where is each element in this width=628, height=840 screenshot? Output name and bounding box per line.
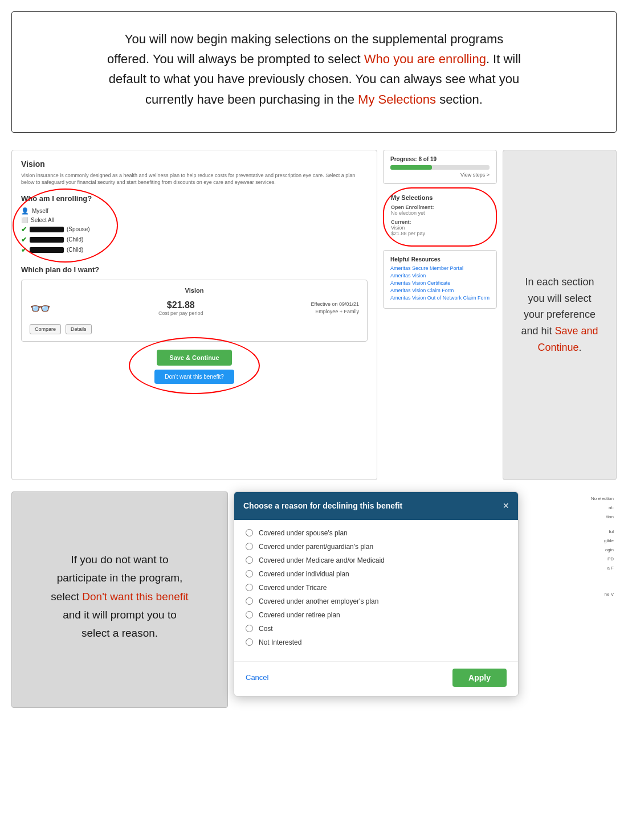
- apply-button[interactable]: Apply: [452, 669, 507, 687]
- radio-input-6[interactable]: [246, 597, 253, 605]
- my-selections-box: My Selections Open Enrollment: No electi…: [383, 187, 497, 247]
- progress-box: Progress: 8 of 19 View steps >: [383, 150, 497, 184]
- radio-option-4[interactable]: Covered under individual plan: [246, 570, 507, 578]
- plan-card: Vision 👓 $21.88 Cost per pay period Effe…: [21, 280, 368, 342]
- check-icon: ✔: [21, 226, 27, 233]
- radio-option-7[interactable]: Covered under retiree plan: [246, 611, 507, 619]
- current-value: Vision $21.88 per pay: [391, 225, 489, 236]
- radio-input-7[interactable]: [246, 611, 253, 618]
- which-plan-label: Which plan do I want?: [21, 265, 368, 274]
- plan-price-block: $21.88 Cost per pay period: [59, 300, 303, 316]
- helpful-link-2[interactable]: Ameritas Vision: [390, 273, 490, 278]
- dont-want-button[interactable]: Don't want this benefit?: [154, 370, 234, 384]
- glasses-icon: 👓: [30, 298, 51, 318]
- bottom-left-text: If you do not want to participate in the…: [51, 551, 188, 642]
- list-item[interactable]: ✔ (Child): [21, 236, 92, 244]
- radio-input-2[interactable]: [246, 543, 253, 550]
- vision-card: Vision Vision insurance is commonly desi…: [11, 150, 377, 480]
- cancel-button[interactable]: Cancel: [246, 673, 268, 682]
- decline-reason-modal: Choose a reason for declining this benef…: [234, 491, 519, 696]
- check-icon: ✔: [21, 236, 27, 244]
- plan-name: Vision: [30, 287, 359, 294]
- modal-title: Choose a reason for declining this benef…: [243, 501, 402, 510]
- list-item[interactable]: ⬜ Select All: [21, 217, 92, 223]
- enrollee-list: 👤 Myself ⬜ Select All ✔ (Spouse) ✔ (Chil…: [21, 207, 92, 254]
- right-column: Progress: 8 of 19 View steps > My Select…: [383, 150, 497, 309]
- radio-input-9[interactable]: [246, 638, 253, 646]
- radio-input-1[interactable]: [246, 529, 253, 536]
- person-icon: 👤: [21, 207, 29, 215]
- plan-price: $21.88: [59, 300, 303, 310]
- right-info-text: In each section you will select your pre…: [512, 274, 607, 356]
- open-enrollment-label: Open Enrollment:: [391, 204, 489, 210]
- who-enrolling-label: Who am I enrolling?: [21, 194, 92, 203]
- modal-header: Choose a reason for declining this benef…: [234, 492, 518, 520]
- bottom-section: If you do not want to participate in the…: [11, 491, 617, 708]
- right-info-box: In each section you will select your pre…: [503, 150, 617, 480]
- details-button[interactable]: Details: [66, 324, 92, 334]
- plan-buttons: Compare Details: [30, 324, 359, 334]
- redacted-name: [30, 247, 64, 253]
- helpful-resources-box: Helpful Resources Ameritas Secure Member…: [383, 250, 497, 309]
- list-item[interactable]: ✔ (Child): [21, 246, 92, 254]
- modal-close-button[interactable]: ×: [503, 500, 509, 512]
- background-peek: No election nt: tion ful gible ogin PD a…: [508, 491, 617, 602]
- radio-option-6[interactable]: Covered under another employer's plan: [246, 597, 507, 605]
- helpful-link-1[interactable]: Ameritas Secure Member Portal: [390, 265, 490, 271]
- helpful-resources-title: Helpful Resources: [390, 256, 490, 263]
- compare-button[interactable]: Compare: [30, 324, 61, 334]
- helpful-link-4[interactable]: Ameritas Vision Claim Form: [390, 288, 490, 293]
- who-enrolling-section: Who am I enrolling? 👤 Myself ⬜ Select Al…: [21, 194, 92, 256]
- redacted-name: [30, 237, 64, 243]
- plan-effective-block: Effective on 09/01/21 Employee + Family: [311, 301, 359, 316]
- radio-input-3[interactable]: [246, 556, 253, 564]
- list-item[interactable]: 👤 Myself: [21, 207, 92, 215]
- vision-description: Vision insurance is commonly designed as…: [21, 172, 368, 186]
- view-steps-link[interactable]: View steps >: [390, 172, 490, 178]
- modal-area: No election nt: tion ful gible ogin PD a…: [234, 491, 617, 708]
- progress-bar-fill: [390, 165, 432, 170]
- radio-option-9[interactable]: Not Interested: [246, 638, 507, 646]
- middle-section: Vision Vision insurance is commonly desi…: [11, 150, 617, 480]
- save-continue-button[interactable]: Save & Continue: [157, 350, 231, 366]
- helpful-link-5[interactable]: Ameritas Vision Out of Network Claim For…: [390, 295, 490, 301]
- plan-details-row: 👓 $21.88 Cost per pay period Effective o…: [30, 298, 359, 318]
- bottom-left-info-box: If you do not want to participate in the…: [11, 491, 228, 708]
- intro-box: You will now begin making selections on …: [11, 11, 617, 133]
- radio-input-8[interactable]: [246, 625, 253, 632]
- progress-label: Progress: 8 of 19: [390, 156, 490, 162]
- progress-bar-background: [390, 165, 490, 170]
- check-icon: ✔: [21, 246, 27, 254]
- my-selections-title: My Selections: [391, 194, 489, 201]
- radio-option-2[interactable]: Covered under parent/guardian's plan: [246, 543, 507, 551]
- radio-option-1[interactable]: Covered under spouse's plan: [246, 529, 507, 537]
- redacted-name: [30, 227, 64, 232]
- radio-option-5[interactable]: Covered under Tricare: [246, 584, 507, 592]
- helpful-link-3[interactable]: Ameritas Vision Certificate: [390, 280, 490, 286]
- radio-option-3[interactable]: Covered under Medicare and/or Medicaid: [246, 556, 507, 564]
- vision-title: Vision: [21, 159, 368, 169]
- plan-price-label: Cost per pay period: [59, 310, 303, 316]
- radio-option-8[interactable]: Cost: [246, 625, 507, 633]
- modal-body: Covered under spouse's plan Covered unde…: [234, 520, 518, 661]
- radio-input-4[interactable]: [246, 570, 253, 577]
- save-circle-indicator: [129, 337, 260, 394]
- open-enrollment-value: No election yet: [391, 210, 489, 216]
- modal-footer: Cancel Apply: [234, 661, 518, 696]
- current-label: Current:: [391, 219, 489, 225]
- list-item[interactable]: ✔ (Spouse): [21, 226, 92, 233]
- intro-text: You will now begin making selections on …: [40, 29, 588, 109]
- radio-input-5[interactable]: [246, 584, 253, 591]
